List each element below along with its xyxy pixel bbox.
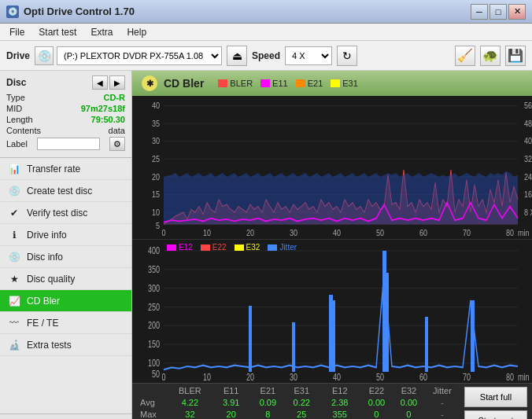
drive-icon: 💿 bbox=[35, 46, 54, 65]
max-e12: 355 bbox=[320, 408, 360, 419]
top-legend: BLER E11 E21 E31 bbox=[218, 79, 357, 88]
legend-e31-label: E31 bbox=[342, 79, 358, 88]
svg-marker-34 bbox=[164, 171, 518, 224]
label-input[interactable] bbox=[37, 138, 100, 150]
sidebar-item-disc-info[interactable]: 💿 Disc info bbox=[0, 246, 131, 268]
svg-text:10: 10 bbox=[203, 228, 211, 237]
avg-bler: 4.22 bbox=[169, 396, 210, 408]
bottom-legend: E12 E22 E32 Jitter bbox=[167, 243, 297, 252]
start-full-button[interactable]: Start full bbox=[464, 387, 527, 407]
sidebar-item-disc-quality[interactable]: ★ Disc quality bbox=[0, 268, 131, 290]
speed-label: Speed bbox=[252, 50, 280, 61]
minimize-button[interactable]: ─ bbox=[471, 4, 488, 20]
max-jitter: - bbox=[425, 408, 460, 419]
col-header-e31: E31 bbox=[284, 385, 320, 396]
svg-text:300: 300 bbox=[148, 282, 160, 293]
nav-items: 📊 Transfer rate 💿 Create test disc ✔ Ver… bbox=[0, 158, 131, 413]
avg-e32: 0.00 bbox=[393, 396, 425, 408]
max-bler: 32 bbox=[169, 408, 210, 419]
svg-text:20: 20 bbox=[246, 228, 254, 237]
app-icon: 💿 bbox=[6, 6, 19, 18]
sidebar-item-cd-bler[interactable]: 📈 CD Bler bbox=[0, 290, 131, 312]
svg-text:60: 60 bbox=[419, 228, 427, 237]
sidebar-item-create-test-disc[interactable]: 💿 Create test disc bbox=[0, 180, 131, 202]
menu-file[interactable]: File bbox=[3, 25, 31, 39]
chart-header: ✱ CD Bler BLER E11 E21 E31 bbox=[132, 71, 532, 96]
svg-rect-67 bbox=[471, 300, 475, 372]
copy-button[interactable]: 🐢 bbox=[480, 46, 501, 66]
legend-e31: E31 bbox=[331, 79, 358, 88]
sidebar-item-transfer-rate[interactable]: 📊 Transfer rate bbox=[0, 158, 131, 180]
max-e31: 25 bbox=[284, 408, 320, 419]
svg-text:50: 50 bbox=[376, 228, 384, 237]
toolbar: Drive 💿 (P:) PLEXTOR DVDR PX-755A 1.08 ⏏… bbox=[0, 41, 532, 71]
svg-rect-61 bbox=[292, 322, 295, 372]
cd-bler-icon: 📈 bbox=[8, 295, 20, 307]
svg-text:30: 30 bbox=[290, 372, 297, 383]
avg-e22: 0.00 bbox=[360, 396, 393, 408]
disc-info-icon: 💿 bbox=[8, 251, 20, 263]
sidebar-item-fe-te[interactable]: 〰 FE / TE bbox=[0, 312, 131, 334]
legend-jitter-label: Jitter bbox=[279, 243, 297, 252]
start-part-button[interactable]: Start part bbox=[464, 410, 527, 419]
stats-row-avg: Avg 4.22 3.91 0.09 0.22 2.38 0.00 0.00 - bbox=[135, 396, 460, 408]
legend-e21: E21 bbox=[296, 79, 323, 88]
menu-extra[interactable]: Extra bbox=[84, 25, 119, 39]
status-window-button[interactable]: Status window >> bbox=[0, 413, 131, 419]
svg-text:70: 70 bbox=[463, 372, 471, 383]
sidebar-item-drive-info[interactable]: ℹ Drive info bbox=[0, 224, 131, 246]
svg-text:60: 60 bbox=[419, 372, 427, 383]
label-label: Label bbox=[6, 139, 28, 149]
col-header-bler: BLER bbox=[169, 385, 210, 396]
type-value: CD-R bbox=[104, 93, 126, 102]
drive-select[interactable]: (P:) PLEXTOR DVDR PX-755A 1.08 bbox=[57, 46, 222, 65]
col-header-e22: E22 bbox=[360, 385, 393, 396]
maximize-button[interactable]: □ bbox=[490, 4, 507, 20]
speed-select[interactable]: 4 X bbox=[285, 46, 332, 65]
label-edit-button[interactable]: ⚙ bbox=[109, 137, 125, 151]
fe-te-icon: 〰 bbox=[8, 317, 20, 329]
svg-text:200: 200 bbox=[148, 320, 160, 331]
max-label: Max bbox=[135, 408, 169, 419]
bler-color bbox=[218, 79, 227, 87]
svg-text:100: 100 bbox=[148, 357, 160, 368]
chart-area: ✱ CD Bler BLER E11 E21 E31 bbox=[132, 71, 532, 419]
svg-text:70: 70 bbox=[463, 228, 471, 237]
stats-table: BLER E11 E21 E31 E12 E22 E32 Jitter bbox=[135, 385, 460, 419]
sidebar-label-verify-test-disc: Verify test disc bbox=[27, 208, 87, 219]
e21-color bbox=[296, 79, 305, 87]
refresh-button[interactable]: ↻ bbox=[337, 46, 357, 66]
drive-label: Drive bbox=[6, 50, 30, 61]
svg-text:40: 40 bbox=[333, 228, 341, 237]
max-e21: 8 bbox=[252, 408, 284, 419]
app-title: Opti Drive Control 1.70 bbox=[24, 6, 135, 17]
disc-prev-button[interactable]: ◀ bbox=[92, 75, 108, 90]
avg-jitter: - bbox=[425, 396, 460, 408]
save-button[interactable]: 💾 bbox=[505, 46, 526, 66]
legend-e22-label: E22 bbox=[212, 243, 227, 252]
svg-text:80: 80 bbox=[506, 372, 514, 383]
erase-button[interactable]: 🧹 bbox=[455, 46, 475, 66]
svg-text:50: 50 bbox=[152, 368, 160, 379]
svg-text:400: 400 bbox=[148, 245, 160, 256]
svg-text:16 X: 16 X bbox=[524, 189, 532, 199]
sidebar-item-extra-tests[interactable]: 🔬 Extra tests bbox=[0, 334, 131, 356]
type-label: Type bbox=[6, 93, 25, 102]
svg-text:20: 20 bbox=[246, 372, 254, 383]
menu-help[interactable]: Help bbox=[120, 25, 153, 39]
close-button[interactable]: ✕ bbox=[508, 4, 526, 20]
svg-text:35: 35 bbox=[152, 119, 160, 128]
top-chart: 40 35 30 25 20 15 10 5 56 X 48 X 40 X 32… bbox=[132, 96, 532, 240]
avg-label: Avg bbox=[135, 396, 169, 408]
svg-text:150: 150 bbox=[148, 339, 160, 350]
chart-icon: ✱ bbox=[142, 75, 157, 91]
svg-text:32 X: 32 X bbox=[524, 154, 532, 164]
disc-next-button[interactable]: ▶ bbox=[109, 75, 125, 90]
eject-button[interactable]: ⏏ bbox=[227, 46, 247, 66]
legend-e11: E11 bbox=[260, 79, 288, 88]
svg-text:24 X: 24 X bbox=[524, 172, 532, 182]
menu-bar: File Start test Extra Help bbox=[0, 24, 532, 41]
mid-label: MID bbox=[6, 104, 22, 113]
menu-start-test[interactable]: Start test bbox=[32, 25, 83, 39]
sidebar-item-verify-test-disc[interactable]: ✔ Verify test disc bbox=[0, 202, 131, 224]
